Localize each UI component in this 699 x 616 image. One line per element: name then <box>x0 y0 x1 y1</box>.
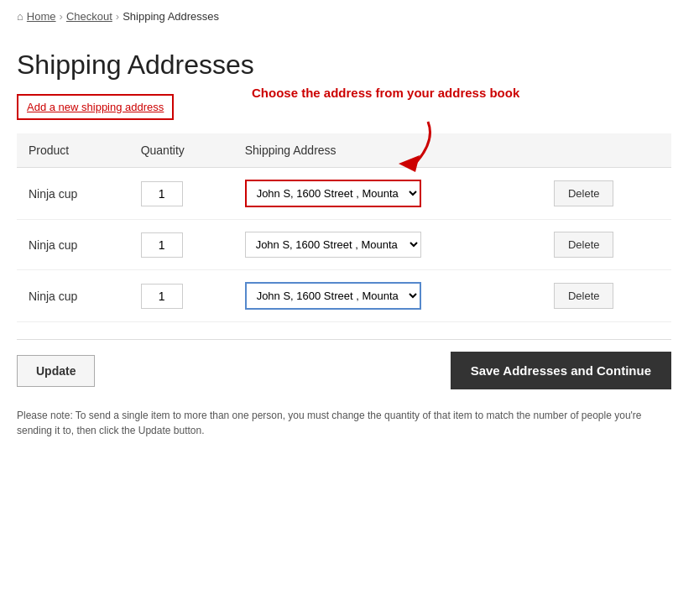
col-header-quantity: Quantity <box>129 133 233 168</box>
choose-address-hint: Choose the address from your address boo… <box>252 86 519 100</box>
delete-button-1[interactable]: Delete <box>554 180 614 206</box>
breadcrumb-checkout[interactable]: Checkout <box>66 10 112 23</box>
address-cell-3: John S, 1600 Street , Mounta <box>233 270 542 322</box>
quantity-cell-3 <box>129 270 233 322</box>
quantity-input-2[interactable] <box>141 232 183 258</box>
delete-button-3[interactable]: Delete <box>554 283 614 309</box>
breadcrumb: ⌂ Home › Checkout › Shipping Addresses <box>0 0 699 33</box>
col-header-product: Product <box>17 133 129 168</box>
quantity-cell-2 <box>129 220 233 270</box>
quantity-input-1[interactable] <box>141 181 183 206</box>
table-row: Ninja cup John S, 1600 Street , Mounta D… <box>17 270 671 322</box>
quantity-input-3[interactable] <box>141 284 183 309</box>
breadcrumb-home[interactable]: Home <box>27 10 56 23</box>
breadcrumb-sep2: › <box>116 10 119 23</box>
page-container: Shipping Addresses Add a new shipping ad… <box>0 33 688 455</box>
page-title: Shipping Addresses <box>17 50 671 81</box>
action-cell-3: Delete <box>542 270 671 322</box>
col-header-action <box>542 133 671 168</box>
update-button[interactable]: Update <box>17 355 95 387</box>
bottom-bar: Update Save Addresses and Continue <box>17 339 671 401</box>
breadcrumb-sep1: › <box>60 10 63 23</box>
address-select-3[interactable]: John S, 1600 Street , Mounta <box>245 282 421 310</box>
top-bar: Add a new shipping address Choose the ad… <box>17 94 671 120</box>
breadcrumb-current: Shipping Addresses <box>123 10 219 23</box>
table-row: Ninja cup John S, 1600 Street , Mounta D… <box>17 220 671 270</box>
save-addresses-button[interactable]: Save Addresses and Continue <box>451 352 671 389</box>
note-text: Please note: To send a single item to mo… <box>17 408 671 438</box>
address-cell-2: John S, 1600 Street , Mounta <box>233 220 542 270</box>
home-icon: ⌂ <box>17 10 23 23</box>
action-cell-2: Delete <box>542 220 671 270</box>
product-name-3: Ninja cup <box>17 270 129 322</box>
delete-button-2[interactable]: Delete <box>554 232 614 258</box>
product-name-2: Ninja cup <box>17 220 129 270</box>
address-select-1[interactable]: John S, 1600 Street , Mounta <box>245 180 421 207</box>
svg-marker-0 <box>399 155 420 172</box>
quantity-cell-1 <box>129 168 233 220</box>
table-row: Ninja cup John S, 1600 Street , Mounta D… <box>17 168 671 220</box>
address-select-2[interactable]: John S, 1600 Street , Mounta <box>245 232 421 258</box>
shipping-table: Product Quantity Shipping Address Ninja … <box>17 133 671 322</box>
arrow-indicator <box>378 117 445 179</box>
action-cell-1: Delete <box>542 168 671 220</box>
product-name-1: Ninja cup <box>17 168 129 220</box>
add-address-link[interactable]: Add a new shipping address <box>17 94 174 120</box>
table-header-row: Product Quantity Shipping Address <box>17 133 671 168</box>
